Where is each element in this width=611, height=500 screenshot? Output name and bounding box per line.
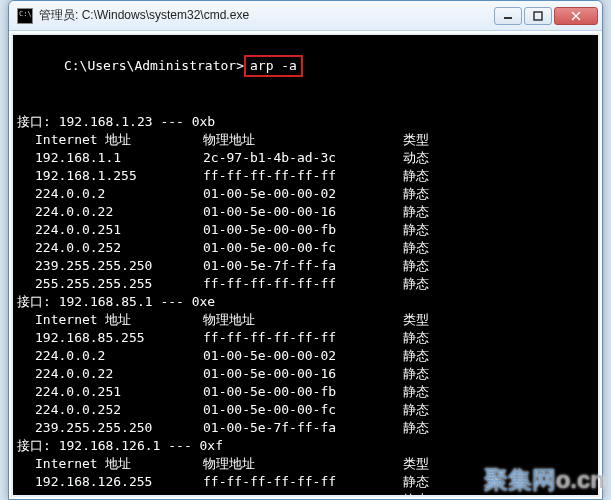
cell-ip: 192.168.1.255 (35, 167, 203, 185)
cell-ip: 255.255.255.255 (35, 275, 203, 293)
prompt-path: C:\Users\Administrator> (64, 58, 244, 73)
cell-mac: ff-ff-ff-ff-ff-ff (203, 275, 403, 293)
cell-type: 静态 (403, 401, 463, 419)
interface-label: 接口: 192.168.85.1 --- 0xe (13, 293, 598, 311)
cell-type: 静态 (403, 239, 463, 257)
cell-mac: 01-00-5e-00-00-16 (203, 365, 403, 383)
cell-mac: 01-00-5e-00-00-02 (203, 491, 403, 497)
cell-ip: 192.168.85.255 (35, 329, 203, 347)
prompt-line: C:\Users\Administrator>arp -a (13, 37, 598, 95)
table-row: 224.0.0.201-00-5e-00-00-02静态 (13, 185, 598, 203)
minimize-button[interactable] (494, 7, 522, 25)
cell-type: 静态 (403, 185, 463, 203)
cell-mac: 01-00-5e-00-00-02 (203, 185, 403, 203)
cell-type: 静态 (403, 221, 463, 239)
header-ip: Internet 地址 (35, 311, 203, 329)
cell-mac: 01-00-5e-7f-ff-fa (203, 257, 403, 275)
cell-mac: 01-00-5e-00-00-16 (203, 203, 403, 221)
cell-type: 静态 (403, 347, 463, 365)
table-header: Internet 地址物理地址类型 (13, 131, 598, 149)
cell-mac: ff-ff-ff-ff-ff-ff (203, 473, 403, 491)
cmd-icon (17, 8, 33, 24)
cell-type: 静态 (403, 473, 463, 491)
maximize-button[interactable] (524, 7, 552, 25)
table-row: 192.168.1.255ff-ff-ff-ff-ff-ff静态 (13, 167, 598, 185)
interface-label: 接口: 192.168.1.23 --- 0xb (13, 113, 598, 131)
table-header: Internet 地址物理地址类型 (13, 311, 598, 329)
cell-type: 静态 (403, 167, 463, 185)
titlebar[interactable]: 管理员: C:\Windows\system32\cmd.exe (9, 1, 602, 31)
table-row: 224.0.0.2201-00-5e-00-00-16静态 (13, 203, 598, 221)
header-mac: 物理地址 (203, 131, 403, 149)
table-row: 239.255.255.25001-00-5e-7f-ff-fa静态 (13, 257, 598, 275)
table-row: 192.168.126.255ff-ff-ff-ff-ff-ff静态 (13, 473, 598, 491)
header-mac: 物理地址 (203, 311, 403, 329)
interface-label: 接口: 192.168.126.1 --- 0xf (13, 437, 598, 455)
cell-ip: 224.0.0.252 (35, 401, 203, 419)
cell-type: 静态 (403, 329, 463, 347)
console-output: 接口: 192.168.1.23 --- 0xbInternet 地址物理地址类… (13, 113, 598, 497)
table-row: 224.0.0.25101-00-5e-00-00-fb静态 (13, 221, 598, 239)
table-row: 192.168.1.12c-97-b1-4b-ad-3c动态 (13, 149, 598, 167)
cell-type: 动态 (403, 149, 463, 167)
window-buttons (494, 7, 598, 25)
table-row: 192.168.85.255ff-ff-ff-ff-ff-ff静态 (13, 329, 598, 347)
cell-type: 静态 (403, 419, 463, 437)
table-row: 224.0.0.25201-00-5e-00-00-fc静态 (13, 401, 598, 419)
table-row: 224.0.0.25201-00-5e-00-00-fc静态 (13, 239, 598, 257)
table-row: 255.255.255.255ff-ff-ff-ff-ff-ff静态 (13, 275, 598, 293)
cell-mac: 01-00-5e-7f-ff-fa (203, 419, 403, 437)
cell-type: 静态 (403, 491, 463, 497)
header-type: 类型 (403, 311, 463, 329)
command-highlight: arp -a (244, 55, 303, 77)
cell-type: 静态 (403, 365, 463, 383)
header-mac: 物理地址 (203, 455, 403, 473)
table-row: 224.0.0.201-00-5e-00-00-02静态 (13, 347, 598, 365)
cell-type: 静态 (403, 275, 463, 293)
cell-mac: 01-00-5e-00-00-02 (203, 347, 403, 365)
console-area[interactable]: C:\Users\Administrator>arp -a 接口: 192.16… (11, 33, 600, 497)
cell-mac: 01-00-5e-00-00-fc (203, 401, 403, 419)
cell-ip: 224.0.0.251 (35, 383, 203, 401)
header-type: 类型 (403, 131, 463, 149)
cell-ip: 239.255.255.250 (35, 257, 203, 275)
cell-mac: ff-ff-ff-ff-ff-ff (203, 167, 403, 185)
cell-ip: 192.168.1.1 (35, 149, 203, 167)
table-row: 224.0.0.201-00-5e-00-00-02静态 (13, 491, 598, 497)
cell-type: 静态 (403, 257, 463, 275)
header-ip: Internet 地址 (35, 455, 203, 473)
cell-ip: 224.0.0.2 (35, 185, 203, 203)
blank-line (13, 95, 598, 113)
header-ip: Internet 地址 (35, 131, 203, 149)
cell-type: 静态 (403, 203, 463, 221)
cell-ip: 224.0.0.2 (35, 347, 203, 365)
cell-mac: 01-00-5e-00-00-fb (203, 221, 403, 239)
header-type: 类型 (403, 455, 463, 473)
cell-type: 静态 (403, 383, 463, 401)
table-row: 224.0.0.25101-00-5e-00-00-fb静态 (13, 383, 598, 401)
cell-mac: ff-ff-ff-ff-ff-ff (203, 329, 403, 347)
cell-ip: 239.255.255.250 (35, 419, 203, 437)
table-row: 224.0.0.2201-00-5e-00-00-16静态 (13, 365, 598, 383)
window-title: 管理员: C:\Windows\system32\cmd.exe (39, 7, 494, 24)
cell-ip: 192.168.126.255 (35, 473, 203, 491)
cell-mac: 2c-97-b1-4b-ad-3c (203, 149, 403, 167)
close-button[interactable] (554, 7, 598, 25)
table-row: 239.255.255.25001-00-5e-7f-ff-fa静态 (13, 419, 598, 437)
cell-ip: 224.0.0.251 (35, 221, 203, 239)
table-header: Internet 地址物理地址类型 (13, 455, 598, 473)
svg-rect-1 (534, 12, 542, 20)
cmd-window: 管理员: C:\Windows\system32\cmd.exe C:\User… (8, 0, 603, 500)
cell-mac: 01-00-5e-00-00-fc (203, 239, 403, 257)
cell-mac: 01-00-5e-00-00-fb (203, 383, 403, 401)
cell-ip: 224.0.0.22 (35, 203, 203, 221)
cell-ip: 224.0.0.252 (35, 239, 203, 257)
cell-ip: 224.0.0.22 (35, 365, 203, 383)
cell-ip: 224.0.0.2 (35, 491, 203, 497)
